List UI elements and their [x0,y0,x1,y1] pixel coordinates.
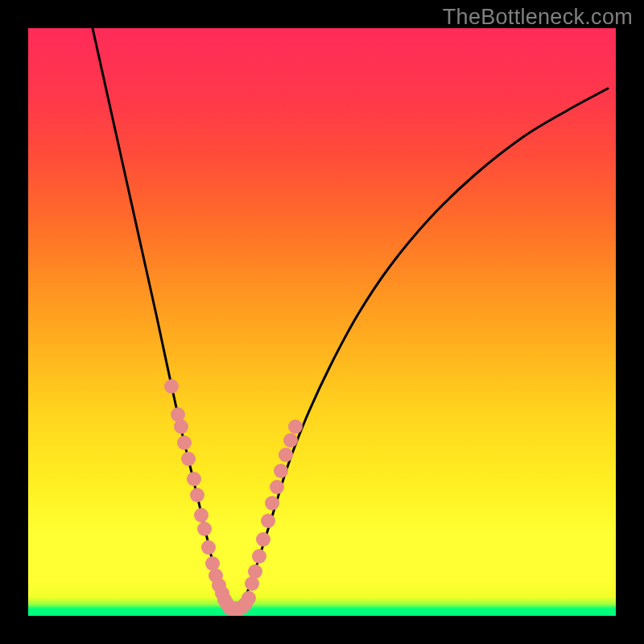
watermark-text: TheBottleneck.com [443,5,633,30]
data-dot [164,379,179,394]
dots-right-cluster [245,419,303,591]
data-dot [194,508,208,522]
data-dot [190,488,204,502]
data-dot [270,480,284,494]
data-dot [197,522,212,536]
data-dot [279,448,293,462]
data-dot [283,433,298,448]
data-dot [181,452,196,466]
bottleneck-curve [93,28,608,609]
data-dot [177,436,192,450]
data-dot [261,514,275,528]
data-dot [201,540,216,555]
data-dot [265,496,279,510]
data-dot [252,549,266,564]
data-dot [187,472,201,486]
data-dot [288,419,303,434]
data-dot [242,591,256,605]
plot-area [28,28,616,616]
chart-svg [28,28,616,616]
chart-frame: TheBottleneck.com [0,0,644,644]
data-dot [174,419,188,434]
dots-left-cluster [164,379,234,611]
data-dot [274,464,288,478]
data-dot [248,564,262,579]
data-dot [256,532,270,547]
